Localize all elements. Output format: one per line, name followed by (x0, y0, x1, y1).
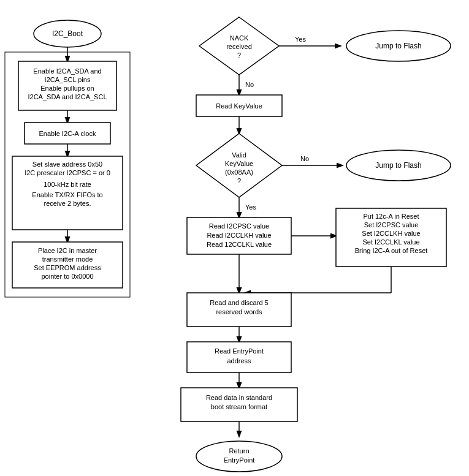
enable-clock-label: Enable I2C-A clock (39, 130, 96, 137)
svg-text:Read I2CCLKH value: Read I2CCLKH value (207, 232, 271, 239)
read-discard-label: Read and discard 5 (210, 299, 268, 306)
svg-text:Set I2CCLKL value: Set I2CCLKL value (362, 238, 419, 246)
svg-text:Set I2CCLKH value: Set I2CCLKH value (362, 230, 420, 237)
svg-text:Read 12CCLKL value: Read 12CCLKL value (207, 241, 272, 248)
svg-text:Set EEPROM address: Set EEPROM address (34, 264, 101, 271)
enable-pins-label: Enable I2CA_SDA and (33, 67, 101, 75)
flowchart-diagram: I2C_Boot Enable I2CA_SDA and I2CA_SCL pi… (0, 0, 469, 476)
svg-text:boot stream format: boot stream format (211, 403, 267, 410)
jump-flash-2-label: Jump to Flash (375, 161, 421, 170)
no-label-1: No (245, 81, 254, 88)
svg-text:receive 2 bytes.: receive 2 bytes. (44, 200, 91, 207)
read-keyvalue-label: Read KeyValue (216, 102, 262, 110)
svg-text:I2CA_SDA and I2CA_SCL: I2CA_SDA and I2CA_SCL (28, 93, 107, 100)
read-i2cpsc-label: Read I2CPSC value (209, 222, 269, 230)
return-entrypoint-label: Return (229, 447, 249, 455)
svg-text:100-kHz bit rate: 100-kHz bit rate (44, 181, 91, 188)
svg-text:address: address (227, 357, 251, 365)
nack-diamond-label: NACK (230, 34, 249, 42)
svg-text:reserved words: reserved words (216, 308, 262, 315)
no-label-2: No (300, 155, 309, 162)
svg-text:EntryPoint: EntryPoint (224, 456, 255, 464)
svg-text:(0x08AA): (0x08AA) (225, 168, 253, 176)
yes-label-1: Yes (295, 36, 306, 43)
valid-kv-label: Valid (232, 151, 246, 159)
svg-text:KeyValue: KeyValue (225, 160, 253, 167)
set-slave-label: Set slave address 0x50 (32, 161, 102, 168)
svg-text:I2CA_SCL pins: I2CA_SCL pins (45, 76, 91, 83)
svg-text:Set I2CPSC value: Set I2CPSC value (364, 221, 419, 229)
svg-text:received: received (226, 43, 252, 50)
svg-text:?: ? (237, 51, 241, 59)
svg-text:transmitter mode: transmitter mode (42, 255, 93, 263)
svg-text:?: ? (237, 177, 241, 184)
i2c-boot-label: I2C_Boot (52, 29, 83, 38)
svg-text:Bring I2C-A out of Reset: Bring I2C-A out of Reset (355, 247, 428, 254)
put-12ca-label: Put 12c-A in Reset (363, 213, 419, 220)
read-entrypoint-label: Read EntryPoint (215, 347, 264, 355)
svg-text:pointer to 0x0000: pointer to 0x0000 (41, 273, 93, 280)
read-data-label: Read data in standard (206, 394, 272, 401)
svg-text:Enable pullups on: Enable pullups on (40, 85, 94, 92)
svg-text:Enable TX/RX FIFOs to: Enable TX/RX FIFOs to (32, 191, 102, 198)
svg-text:I2C prescaler I2CPSC = or 0: I2C prescaler I2CPSC = or 0 (25, 169, 110, 176)
yes-label-2: Yes (245, 203, 256, 211)
jump-flash-1-label: Jump to Flash (375, 42, 421, 50)
place-i2c-label: Place I2C in master (38, 247, 97, 254)
